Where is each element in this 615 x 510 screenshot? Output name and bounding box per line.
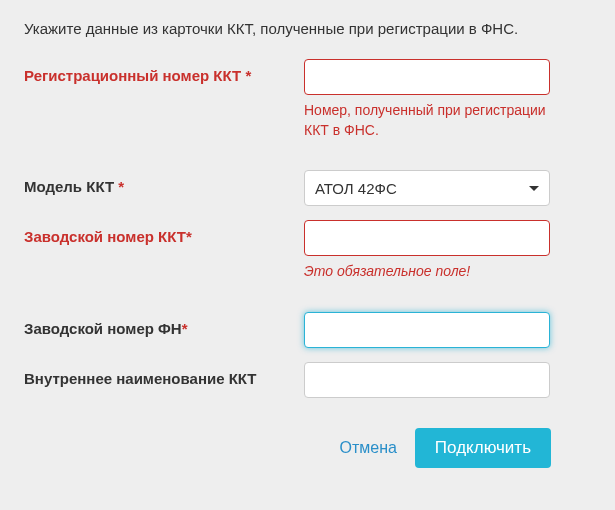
field-factory-fn	[304, 312, 591, 348]
submit-button[interactable]: Подключить	[415, 428, 551, 468]
required-asterisk: *	[186, 228, 192, 245]
internal-name-input[interactable]	[304, 362, 550, 398]
reg-number-input[interactable]	[304, 59, 550, 95]
label-text: Внутреннее наименование ККТ	[24, 370, 257, 387]
label-reg-number: Регистрационный номер ККТ *	[24, 59, 304, 84]
required-asterisk: *	[182, 320, 188, 337]
reg-number-help: Номер, полученный при регистрации ККТ в …	[304, 101, 550, 140]
field-internal-name	[304, 362, 591, 398]
factory-kkt-input[interactable]	[304, 220, 550, 256]
label-factory-kkt: Заводской номер ККТ*	[24, 220, 304, 245]
factory-kkt-help: Это обязательное поле!	[304, 262, 550, 282]
label-factory-fn: Заводской номер ФН*	[24, 312, 304, 337]
label-text: Заводской номер ФН	[24, 320, 182, 337]
chevron-down-icon	[529, 186, 539, 191]
row-factory-fn: Заводской номер ФН*	[24, 312, 591, 348]
label-model: Модель ККТ *	[24, 170, 304, 195]
instruction-text: Укажите данные из карточки ККТ, полученн…	[24, 20, 591, 37]
label-text: Регистрационный номер ККТ	[24, 67, 241, 84]
factory-fn-input[interactable]	[304, 312, 550, 348]
label-text: Модель ККТ	[24, 178, 114, 195]
required-asterisk: *	[118, 178, 124, 195]
field-factory-kkt: Это обязательное поле!	[304, 220, 591, 282]
actions-bar: Отмена Подключить	[24, 428, 591, 468]
model-selected-value: АТОЛ 42ФС	[315, 180, 397, 197]
field-reg-number: Номер, полученный при регистрации ККТ в …	[304, 59, 591, 140]
label-internal-name: Внутреннее наименование ККТ	[24, 362, 304, 387]
row-internal-name: Внутреннее наименование ККТ	[24, 362, 591, 398]
row-model: Модель ККТ * АТОЛ 42ФС	[24, 170, 591, 206]
field-model: АТОЛ 42ФС	[304, 170, 591, 206]
row-factory-kkt: Заводской номер ККТ* Это обязательное по…	[24, 220, 591, 282]
cancel-button[interactable]: Отмена	[339, 439, 396, 457]
model-select[interactable]: АТОЛ 42ФС	[304, 170, 550, 206]
required-asterisk: *	[245, 67, 251, 84]
label-text: Заводской номер ККТ	[24, 228, 186, 245]
row-reg-number: Регистрационный номер ККТ * Номер, получ…	[24, 59, 591, 140]
